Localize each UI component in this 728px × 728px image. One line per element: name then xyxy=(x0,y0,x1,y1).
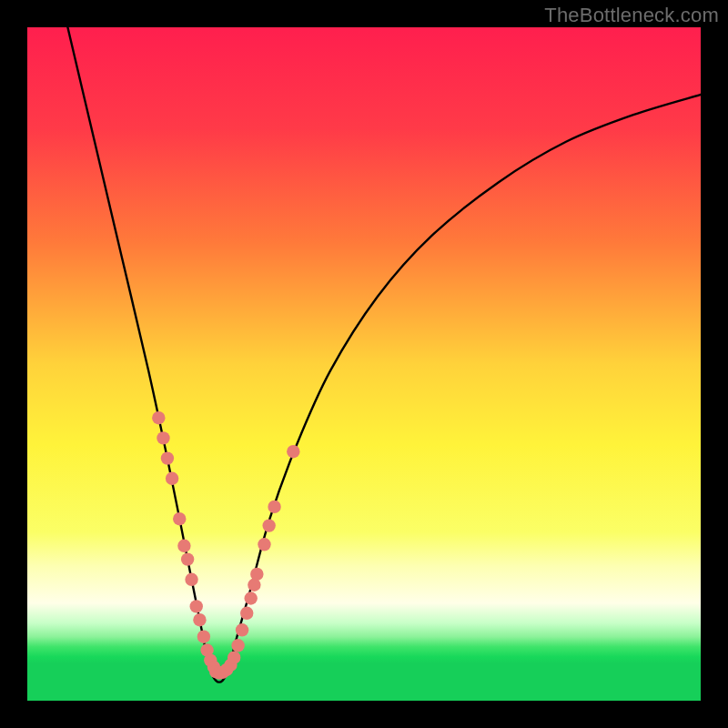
data-marker xyxy=(240,607,253,620)
data-marker xyxy=(250,568,263,581)
bottleneck-curve xyxy=(67,27,701,682)
curve-layer xyxy=(27,27,701,701)
marker-group xyxy=(152,411,299,680)
data-marker xyxy=(152,411,165,424)
data-marker xyxy=(166,472,178,485)
data-marker xyxy=(244,592,257,604)
data-marker xyxy=(161,451,174,464)
data-marker xyxy=(193,613,206,626)
data-marker xyxy=(185,573,197,586)
data-marker xyxy=(228,651,240,663)
data-marker xyxy=(236,623,248,636)
data-marker xyxy=(262,519,275,531)
data-marker xyxy=(173,512,186,525)
data-marker xyxy=(190,600,203,612)
data-marker xyxy=(181,552,194,565)
data-marker xyxy=(157,431,169,444)
data-marker xyxy=(258,538,270,551)
data-marker xyxy=(231,639,244,652)
data-marker xyxy=(177,540,190,552)
watermark-text: TheBottleneck.com xyxy=(544,4,719,27)
outer-frame: TheBottleneck.com xyxy=(0,0,728,728)
data-marker xyxy=(287,445,299,458)
data-marker xyxy=(197,631,210,643)
plot-area xyxy=(27,27,701,701)
data-marker xyxy=(268,500,280,513)
